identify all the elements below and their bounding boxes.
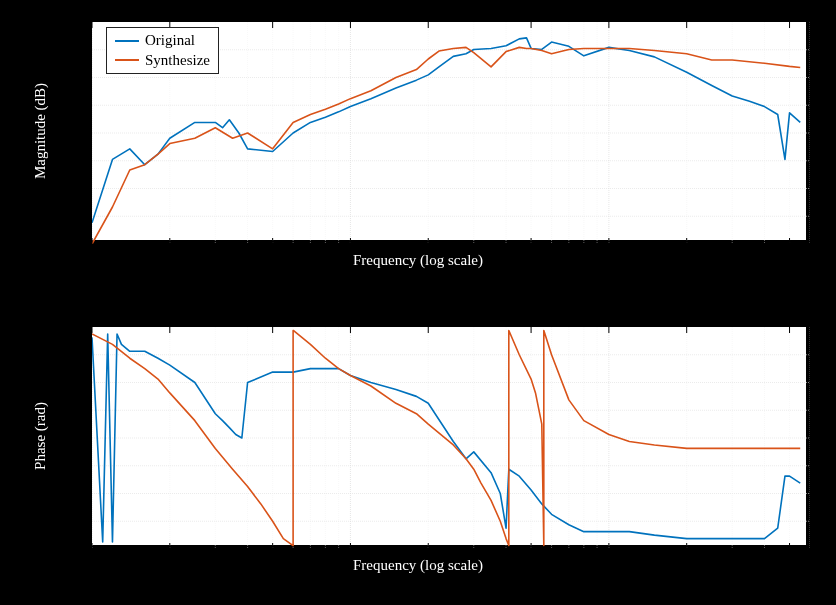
xlabel-bottom: Frequency (log scale) [353,557,483,574]
legend-row-synthesize: Synthesize [115,51,210,71]
plot-area-top: Original Synthesize [90,20,808,242]
legend-label-original: Original [145,31,195,51]
chart-magnitude: Original Synthesize Magnitude (dB) Frequ… [0,0,836,290]
legend-swatch-original [115,40,139,42]
chart-phase: Phase (rad) Frequency (log scale) [0,310,836,600]
plot-svg-bottom [92,327,810,549]
xlabel-top: Frequency (log scale) [353,252,483,269]
plot-area-bottom [90,325,808,547]
legend-row-original: Original [115,31,210,51]
legend-box: Original Synthesize [106,27,219,74]
ylabel-bottom: Phase (rad) [32,402,49,470]
legend-label-synthesize: Synthesize [145,51,210,71]
legend-swatch-synthesize [115,59,139,61]
ylabel-top: Magnitude (dB) [32,83,49,179]
